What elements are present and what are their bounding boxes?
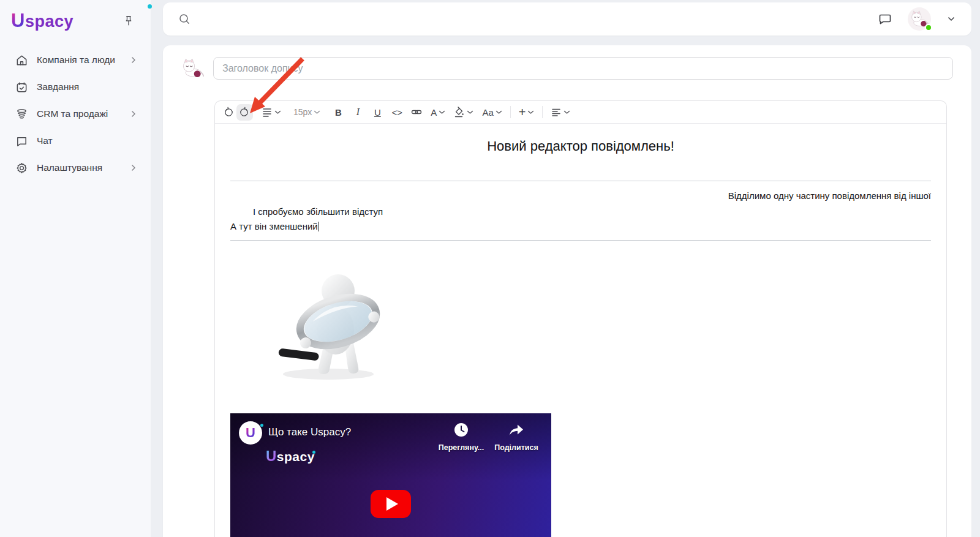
home-icon	[15, 53, 28, 67]
sidebar-item-label: Компанія та люди	[37, 54, 129, 66]
app-window: Uspacy Компанія та люди	[0, 0, 980, 537]
channel-logo-dot-icon	[260, 424, 263, 427]
sidebar-item-settings[interactable]: Налаштування	[0, 154, 151, 181]
youtube-embed[interactable]: U Що таке Uspacy? Uspacy Перегляну...	[230, 413, 551, 537]
sidebar-item-company[interactable]: Компанія та люди	[0, 47, 151, 73]
chevron-down-icon	[314, 110, 320, 115]
paint-bucket-icon	[454, 107, 465, 118]
bold-button[interactable]: B	[330, 104, 346, 121]
link-button[interactable]	[409, 104, 424, 121]
editor-document[interactable]: Новий редактор повідомлень! Відділимо од…	[215, 124, 946, 537]
doc-line-reduced: А тут він зменшений	[230, 221, 318, 231]
pin-icon	[123, 15, 135, 27]
toolbar-divider	[510, 106, 511, 118]
align-left-icon	[551, 107, 562, 118]
italic-button[interactable]: I	[350, 104, 366, 121]
sidebar-item-chat[interactable]: Чат	[0, 127, 151, 154]
chevron-right-icon	[129, 109, 138, 119]
video-watermark-logo: Uspacy	[266, 448, 315, 465]
sidebar-item-label: CRM та продажі	[37, 108, 129, 119]
video-title[interactable]: Що таке Uspacy?	[268, 426, 351, 438]
doc-heading: Новий редактор повідомлень!	[230, 138, 931, 154]
global-search[interactable]	[178, 12, 876, 26]
line-height-icon	[262, 107, 273, 118]
logo-letter: U	[11, 10, 25, 31]
rich-text-editor: 15px B I U <> A	[214, 100, 947, 537]
post-title-input[interactable]	[213, 57, 953, 80]
chevron-right-icon	[129, 55, 138, 65]
uspacy-logo[interactable]: Uspacy	[11, 10, 74, 32]
search-input[interactable]	[197, 14, 876, 24]
code-button[interactable]: <>	[389, 104, 405, 121]
logo-name: spacy	[25, 12, 74, 31]
inline-image-magnifier-figure[interactable]	[266, 269, 394, 381]
clock-icon	[453, 422, 469, 438]
plus-icon: +	[519, 105, 526, 119]
video-play-button[interactable]	[371, 490, 411, 518]
video-channel-avatar[interactable]: U	[239, 421, 262, 445]
insert-button[interactable]: +	[516, 104, 537, 121]
topbar	[163, 2, 971, 36]
settings-icon	[15, 161, 28, 175]
text-case-label: Aa	[482, 107, 493, 118]
share-arrow-icon	[508, 422, 525, 438]
share-label: Поділитися	[490, 443, 543, 452]
doc-line-indented: І спробуємо збільшити відступ	[230, 206, 931, 217]
watch-later-label: Перегляну...	[435, 443, 488, 452]
editor-toolbar: 15px B I U <> A	[215, 101, 946, 124]
post-header	[163, 45, 971, 80]
text-color-button[interactable]: A	[428, 104, 448, 121]
sidebar-item-tasks[interactable]: Завдання	[0, 73, 151, 100]
sidebar-nav: Компанія та люди Завдання CRM та продажі	[0, 47, 151, 181]
chevron-right-icon	[129, 163, 138, 173]
line-height-button[interactable]	[259, 104, 284, 121]
sidebar: Uspacy Компанія та люди	[0, 0, 151, 537]
doc-line-right-aligned: Відділимо одну частину повідомлення від …	[230, 190, 931, 201]
font-size-button[interactable]: 15px	[290, 104, 324, 121]
cat-avatar-image	[180, 58, 205, 78]
horizontal-rule	[230, 240, 931, 241]
search-icon	[178, 12, 191, 26]
author-avatar	[180, 58, 207, 80]
sidebar-item-label: Завдання	[37, 81, 138, 92]
tasks-icon	[15, 80, 28, 94]
channel-logo-letter: U	[246, 425, 255, 441]
link-icon	[411, 107, 422, 118]
chevron-down-icon	[274, 110, 281, 115]
text-cursor	[318, 222, 320, 231]
chevron-down-icon	[496, 110, 502, 115]
online-status-dot	[925, 24, 932, 31]
sidebar-item-crm[interactable]: CRM та продажі	[0, 100, 151, 127]
horizontal-rule	[230, 181, 931, 181]
redo-button[interactable]	[236, 104, 253, 121]
crm-icon	[15, 107, 28, 121]
sidebar-item-label: Налаштування	[37, 162, 129, 173]
chevron-down-icon	[439, 110, 445, 115]
redo-icon	[239, 107, 251, 118]
chevron-down-icon	[946, 14, 956, 24]
profile-menu-button[interactable]	[944, 12, 958, 26]
chevron-down-icon	[564, 110, 570, 115]
pin-sidebar-button[interactable]	[120, 12, 137, 29]
messages-button[interactable]	[876, 10, 894, 28]
text-color-label: A	[431, 107, 437, 118]
chevron-down-icon	[467, 110, 473, 115]
share-button[interactable]: Поділитися	[490, 422, 543, 452]
watch-later-button[interactable]: Перегляну...	[435, 422, 488, 452]
toolbar-divider	[542, 106, 543, 118]
undo-icon	[222, 107, 234, 118]
underline-button[interactable]: U	[369, 104, 385, 121]
chat-bubble-icon	[878, 12, 892, 26]
highlight-color-button[interactable]	[451, 104, 476, 121]
align-button[interactable]	[548, 104, 573, 121]
undo-button[interactable]	[220, 104, 236, 121]
post-editor-card: 15px B I U <> A	[163, 45, 971, 537]
logo-dot-icon	[148, 4, 152, 9]
text-case-button[interactable]: Aa	[480, 104, 504, 121]
chat-icon	[15, 134, 28, 148]
chevron-down-icon	[527, 110, 534, 115]
sidebar-item-label: Чат	[37, 135, 138, 146]
font-size-value: 15px	[293, 107, 312, 117]
logo-dot-icon	[312, 451, 315, 454]
user-avatar[interactable]	[908, 7, 931, 31]
